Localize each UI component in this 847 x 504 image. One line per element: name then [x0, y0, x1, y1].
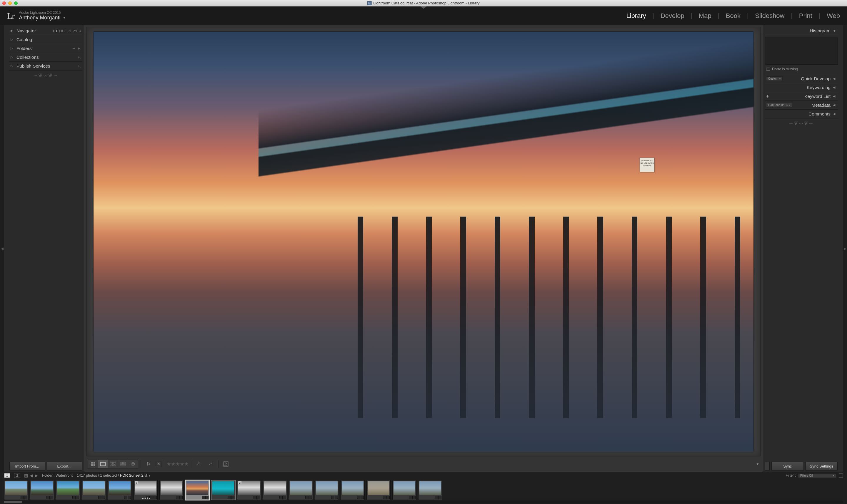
collections-panel-header[interactable]: ▷ Collections +.: [9, 53, 83, 62]
publish-panel-header[interactable]: ▷ Publish Services +.: [9, 62, 83, 71]
zoom-window-icon[interactable]: [14, 1, 18, 5]
thumbnail[interactable]: [315, 480, 339, 500]
module-picker-bar: Lr Adobe Lightroom CC 2015 Anthony Morga…: [0, 6, 847, 25]
window-titlebar: Lr Lightroom Catalog.lrcat - Adobe Photo…: [0, 0, 847, 6]
keywording-panel-header[interactable]: Keywording ◀: [764, 83, 838, 92]
thumbnail[interactable]: 2: [237, 480, 261, 500]
go-back-icon[interactable]: ◀: [30, 473, 33, 478]
rotate-ccw-icon[interactable]: ↶: [193, 460, 204, 468]
navigator-label: Navigator: [16, 28, 36, 34]
toolbar-expand-icon[interactable]: ▼: [756, 462, 759, 466]
folders-panel-header[interactable]: ▷ Folders − +.: [9, 44, 83, 53]
add-keyword-icon[interactable]: +: [766, 94, 769, 99]
module-print[interactable]: Print: [799, 12, 812, 20]
rating-stars[interactable]: ★★★★★: [167, 461, 189, 467]
source-menu-icon[interactable]: ▼: [148, 474, 151, 477]
histogram-panel-header[interactable]: Histogram ▼: [764, 26, 838, 35]
add-folder-icon[interactable]: +.: [77, 46, 81, 51]
quickdevelop-panel-header[interactable]: Custom▾ Quick Develop ◀: [764, 74, 838, 83]
expand-icon: ◀: [833, 77, 836, 80]
module-library[interactable]: Library: [626, 12, 646, 20]
workspace: ◀ ▶ Navigator FIT FILL 1:1 2:1 ♦ ▷ Catal…: [0, 25, 847, 472]
module-develop[interactable]: Develop: [660, 12, 685, 20]
comments-panel-header[interactable]: Comments ◀: [764, 110, 838, 119]
flag-pick-icon[interactable]: ⚐: [143, 460, 153, 468]
go-forward-icon[interactable]: ▶: [35, 473, 38, 478]
window-controls: [2, 1, 18, 5]
sync-button[interactable]: Sync: [772, 462, 804, 470]
svg-text:Y: Y: [114, 463, 116, 466]
filmstrip-count: 1417 photos / 1 selected /: [77, 473, 119, 478]
thumbnail-selected[interactable]: [185, 480, 209, 500]
minimize-window-icon[interactable]: [8, 1, 12, 5]
navigator-zoom-modes[interactable]: FIT FILL 1:1 2:1 ♦: [53, 29, 81, 33]
identity-user: Anthony Morganti: [19, 15, 60, 21]
quickdevelop-label: Quick Develop: [801, 76, 831, 82]
thumbnail[interactable]: [56, 480, 80, 500]
thumbnail[interactable]: [366, 480, 391, 500]
filter-lock-icon[interactable]: [839, 473, 843, 478]
thumbnail[interactable]: [159, 480, 184, 500]
loupe-view-button[interactable]: [98, 460, 108, 468]
export-button[interactable]: Export...: [47, 462, 82, 470]
thumbnail[interactable]: [82, 480, 106, 500]
sync-toggle-icon[interactable]: [765, 462, 770, 470]
thumbnail[interactable]: [263, 480, 287, 500]
people-view-button[interactable]: [128, 460, 138, 468]
right-panel-group: Histogram ▼ Photo is missing Custom▾ Qui…: [763, 25, 843, 472]
thumbnail[interactable]: [341, 480, 365, 500]
document-icon: Lr: [367, 1, 371, 5]
thumbnail[interactable]: [418, 480, 442, 500]
svg-rect-6: [120, 464, 126, 466]
add-collection-icon[interactable]: +.: [77, 55, 81, 60]
import-button[interactable]: Import From...: [10, 462, 45, 470]
module-slideshow[interactable]: Slideshow: [755, 12, 784, 20]
expand-icon: ▶: [11, 29, 14, 33]
sync-settings-button[interactable]: Sync Settings: [806, 462, 838, 470]
keywordlist-panel-header[interactable]: + Keyword List ◀: [764, 92, 838, 101]
flag-reject-icon[interactable]: ✕: [156, 461, 161, 467]
filter-dropdown[interactable]: Filters Off♦: [798, 473, 836, 478]
filmstrip-scrollbar[interactable]: [4, 501, 843, 503]
svg-point-9: [133, 464, 134, 464]
left-panel-collapse-icon[interactable]: ◀: [0, 25, 4, 472]
quickdevelop-preset-dropdown[interactable]: Custom▾: [766, 76, 783, 81]
main-window-button[interactable]: 1: [4, 473, 10, 478]
navigator-panel-header[interactable]: ▶ Navigator FIT FILL 1:1 2:1 ♦: [9, 26, 83, 35]
face-region-icon[interactable]: [221, 460, 231, 468]
identity-menu-icon[interactable]: ▼: [63, 16, 66, 19]
rotate-cw-icon[interactable]: ↵: [206, 460, 216, 468]
thumbnail[interactable]: [4, 480, 28, 500]
lightroom-logo-icon: Lr: [7, 11, 14, 21]
panel-ornament-icon: ∽❦∾❦∽: [9, 71, 83, 80]
center-view: NO SWIMMING NO LIFEGUARD ON DUTY XY ⚐ ✕ …: [84, 25, 763, 472]
second-window-button[interactable]: 2: [14, 473, 20, 478]
thumbnail[interactable]: [30, 480, 54, 500]
thumbnail[interactable]: [211, 480, 235, 500]
thumbnail[interactable]: [392, 480, 416, 500]
module-map[interactable]: Map: [699, 12, 711, 20]
module-web[interactable]: Web: [827, 12, 840, 20]
zoom-stepper-icon[interactable]: ♦: [80, 29, 81, 33]
metadata-preset-dropdown[interactable]: EXIF and IPTC▾: [766, 103, 792, 107]
compare-view-button[interactable]: XY: [108, 460, 118, 468]
filmstrip-thumbnails[interactable]: 2★★★★★ 2: [0, 479, 847, 501]
close-window-icon[interactable]: [2, 1, 6, 5]
right-panel-collapse-icon[interactable]: ▶: [843, 25, 847, 472]
grid-shortcut-icon[interactable]: ▦: [24, 473, 28, 478]
filmstrip-source[interactable]: Folder : Waterfront: [42, 473, 73, 478]
module-book[interactable]: Book: [726, 12, 741, 20]
expand-icon: ▷: [11, 47, 14, 50]
catalog-panel-header[interactable]: ▷ Catalog: [9, 35, 83, 44]
identity-plate[interactable]: Lr Adobe Lightroom CC 2015 Anthony Morga…: [7, 11, 66, 21]
grid-view-button[interactable]: [88, 460, 98, 468]
add-publish-icon[interactable]: +.: [77, 64, 81, 69]
thumbnail[interactable]: 2★★★★★: [134, 480, 158, 500]
panel-collapse-top-icon[interactable]: [420, 6, 427, 9]
remove-folder-icon[interactable]: −: [72, 46, 75, 51]
metadata-panel-header[interactable]: EXIF and IPTC▾ Metadata ◀: [764, 101, 838, 110]
thumbnail[interactable]: [108, 480, 132, 500]
loupe-view[interactable]: NO SWIMMING NO LIFEGUARD ON DUTY: [86, 27, 761, 456]
thumbnail[interactable]: [289, 480, 313, 500]
survey-view-button[interactable]: [118, 460, 128, 468]
